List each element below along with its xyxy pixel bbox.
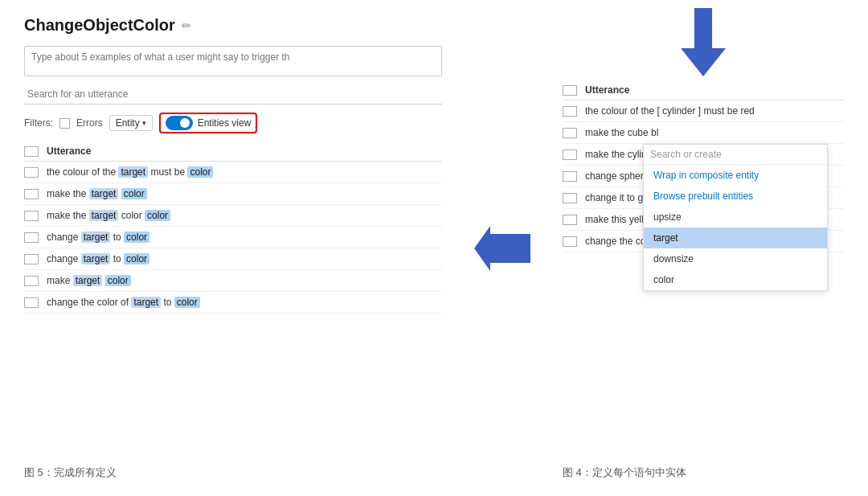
- dropdown-item-wrap-composite[interactable]: Wrap in composite entity: [644, 165, 827, 186]
- right-panel: Utterance the colour of the [ cylinder ]…: [563, 16, 844, 480]
- row-checkbox[interactable]: [24, 297, 39, 308]
- table-row: make the target color: [24, 183, 442, 205]
- utterance-column-header: Utterance: [47, 146, 91, 157]
- down-arrow-icon: [681, 8, 726, 76]
- right-table-row: make the cube bl: [563, 122, 844, 144]
- entity-tag-target[interactable]: target: [81, 253, 111, 264]
- row-checkbox[interactable]: [24, 211, 39, 221]
- caption-left: 图 5：完成所有定义: [24, 466, 117, 478]
- dropdown-item-browse-prebuilt[interactable]: Browse prebuilt entities: [644, 186, 827, 207]
- filters-row: Filters: Errors Entity ▾ Entities view: [24, 113, 442, 133]
- utterance-cell: make target color: [47, 275, 131, 286]
- utterance-cell: change the color of target to color: [47, 297, 200, 308]
- entity-label: Entity: [116, 117, 140, 129]
- entities-view-toggle-container: Entities view: [159, 113, 258, 133]
- arrow-head: [681, 48, 726, 76]
- row-checkbox[interactable]: [24, 167, 39, 178]
- right-utterance-header: Utterance: [585, 84, 629, 96]
- row-checkbox[interactable]: [563, 215, 577, 225]
- entities-view-label: Entities view: [198, 117, 252, 129]
- entity-chevron-icon: ▾: [142, 119, 146, 127]
- title-row: ChangeObjectColor ✏: [24, 16, 442, 35]
- left-arrow-icon: [474, 226, 530, 271]
- left-panel: ChangeObjectColor ✏ Filters: Errors Enti…: [24, 16, 442, 480]
- entity-tag-target[interactable]: target: [131, 297, 161, 308]
- entity-tag-color[interactable]: color: [174, 297, 200, 308]
- text-part: change: [47, 232, 81, 243]
- text-part: change: [47, 253, 81, 264]
- examples-input[interactable]: [24, 46, 442, 76]
- entity-tag-color[interactable]: color: [187, 166, 213, 178]
- row-checkbox[interactable]: [563, 236, 577, 247]
- table-row: the colour of the target must be color: [24, 162, 442, 183]
- entity-filter-button[interactable]: Entity ▾: [109, 115, 153, 131]
- utterance-cell: change target to color: [47, 232, 149, 243]
- entity-tag-target[interactable]: target: [89, 188, 119, 199]
- entity-tag-color[interactable]: color: [124, 232, 149, 243]
- entity-dropdown[interactable]: Search or create Wrap in composite entit…: [643, 144, 828, 291]
- utterance-text: make the cube bl: [585, 127, 658, 138]
- row-checkbox[interactable]: [24, 232, 39, 243]
- errors-checkbox[interactable]: [59, 118, 70, 129]
- errors-label: Errors: [76, 117, 103, 129]
- utterance-cell: change target to color: [47, 253, 149, 264]
- entity-tag-color[interactable]: color: [121, 188, 147, 199]
- edit-icon[interactable]: ✏: [182, 19, 191, 32]
- text-part: to: [163, 297, 174, 308]
- table-row: make target color: [24, 270, 442, 292]
- caption-right: 图 4：定义每个语句中实体: [563, 466, 686, 478]
- table-row: change target to color: [24, 227, 442, 248]
- entity-tag-target[interactable]: target: [89, 210, 119, 221]
- text-part: make the: [47, 210, 89, 221]
- text-part: color: [121, 210, 145, 221]
- entity-tag-color[interactable]: color: [105, 275, 131, 286]
- utterance-text: the colour of the [ cylinder ] must be r…: [585, 105, 755, 117]
- dropdown-item-target[interactable]: target: [644, 228, 827, 248]
- utterance-cell: make the target color color: [47, 210, 170, 221]
- row-checkbox[interactable]: [563, 106, 577, 117]
- utterance-search-input[interactable]: [24, 84, 442, 105]
- filters-label: Filters:: [24, 117, 53, 129]
- dropdown-item-downsize[interactable]: downsize: [644, 248, 827, 269]
- text-part: must be: [150, 166, 187, 178]
- left-table-header: Utterance: [24, 141, 442, 162]
- right-table: Utterance the colour of the [ cylinder ]…: [563, 80, 844, 252]
- entities-view-toggle[interactable]: [166, 116, 193, 130]
- entity-tag-color[interactable]: color: [124, 253, 149, 264]
- dropdown-item-upsize[interactable]: upsize: [644, 207, 827, 228]
- left-arrow-container: [474, 16, 530, 480]
- entity-tag-target[interactable]: target: [118, 166, 148, 178]
- row-checkbox[interactable]: [24, 254, 39, 264]
- arrow-shaft: [694, 8, 712, 48]
- table-row: make the target color color: [24, 205, 442, 227]
- row-checkbox[interactable]: [563, 171, 577, 182]
- entity-tag-target[interactable]: target: [73, 275, 103, 286]
- right-table-header: Utterance: [563, 80, 844, 100]
- page-title: ChangeObjectColor: [24, 16, 175, 35]
- row-checkbox[interactable]: [563, 128, 577, 138]
- header-check-box[interactable]: [24, 146, 39, 157]
- row-checkbox[interactable]: [24, 276, 39, 286]
- text-part: to: [113, 232, 124, 243]
- text-part: the colour of the: [47, 166, 118, 178]
- row-checkbox[interactable]: [24, 189, 39, 199]
- table-row: change target to color: [24, 248, 442, 270]
- table-row: change the color of target to color: [24, 292, 442, 314]
- dropdown-search-placeholder[interactable]: Search or create: [644, 145, 827, 165]
- row-checkbox[interactable]: [563, 193, 577, 203]
- text-part: make the: [47, 188, 89, 199]
- header-checkbox[interactable]: [563, 85, 577, 96]
- text-part: change the color of: [47, 297, 131, 308]
- toggle-thumb: [180, 118, 190, 128]
- utterance-cell: the colour of the target must be color: [47, 166, 213, 178]
- row-checkbox[interactable]: [563, 150, 577, 160]
- text-part: make: [47, 275, 73, 286]
- entity-tag-color[interactable]: color: [145, 210, 170, 221]
- utterance-cell: make the target color: [47, 188, 147, 199]
- text-part: to: [113, 253, 124, 264]
- header-checkbox[interactable]: [24, 146, 39, 157]
- entity-tag-target[interactable]: target: [81, 232, 111, 243]
- svg-marker-0: [474, 226, 530, 271]
- right-table-row: the colour of the [ cylinder ] must be r…: [563, 100, 844, 122]
- dropdown-item-color[interactable]: color: [644, 269, 827, 290]
